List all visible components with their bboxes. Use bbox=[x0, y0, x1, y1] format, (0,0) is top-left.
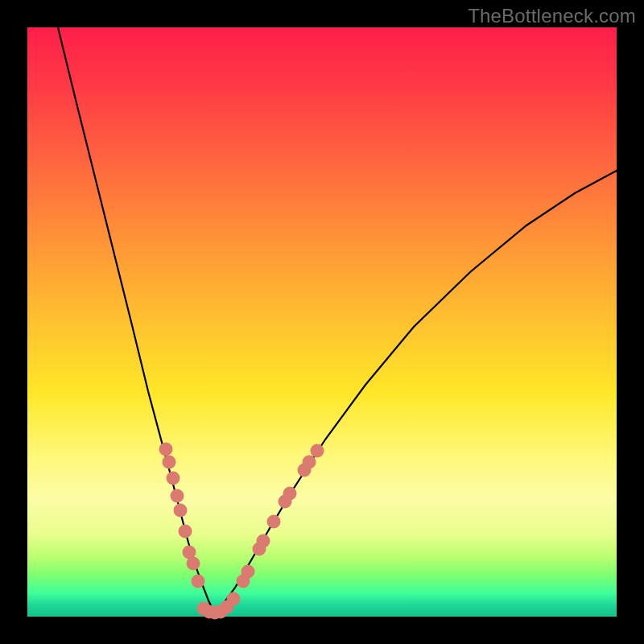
data-points bbox=[159, 443, 324, 620]
data-point bbox=[159, 443, 173, 456]
watermark-text: TheBottleneck.com bbox=[468, 5, 636, 27]
data-point bbox=[192, 575, 205, 588]
data-point bbox=[187, 557, 200, 571]
data-point bbox=[179, 525, 192, 539]
data-point bbox=[267, 515, 281, 529]
data-point bbox=[257, 535, 270, 548]
data-point bbox=[303, 456, 316, 469]
curve-layer bbox=[27, 27, 617, 617]
bottleneck-curve-left bbox=[58, 27, 214, 613]
data-point bbox=[227, 592, 241, 606]
chart-frame: TheBottleneck.com bbox=[0, 0, 644, 644]
plot-area bbox=[27, 27, 617, 617]
data-point bbox=[283, 487, 297, 501]
data-point bbox=[167, 472, 180, 485]
data-point bbox=[163, 456, 176, 469]
data-point bbox=[242, 565, 255, 579]
data-point bbox=[311, 444, 324, 458]
data-point bbox=[171, 489, 184, 503]
bottleneck-curve-right bbox=[214, 171, 617, 613]
data-point bbox=[174, 504, 188, 518]
